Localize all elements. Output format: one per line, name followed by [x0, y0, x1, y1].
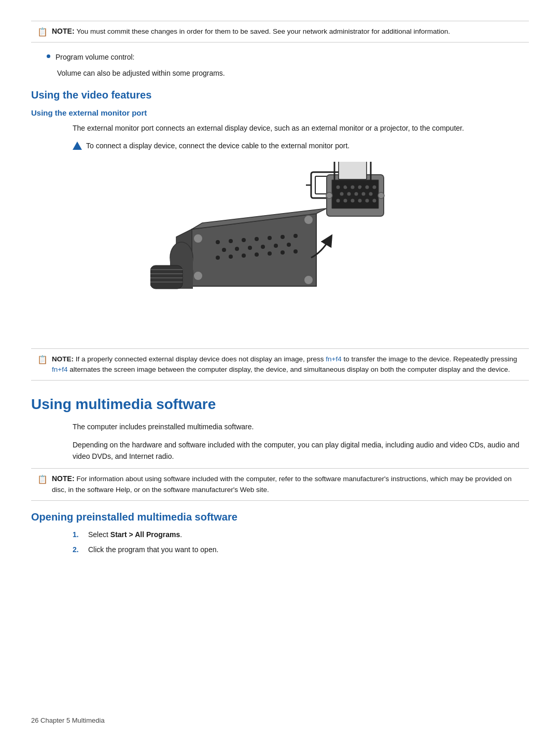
bullet-list-1: Program volume control: [31, 52, 529, 63]
note2-text1: If a properly connected external display… [76, 355, 326, 363]
svg-point-54 [344, 199, 347, 202]
svg-point-53 [337, 199, 340, 202]
connector-image [150, 162, 410, 333]
step-1: 1. Select Start > All Programs. [73, 529, 529, 540]
svg-point-47 [373, 185, 376, 189]
bullet-text-1: Program volume control: [55, 52, 135, 63]
note-icon-3: 📋 [37, 474, 48, 484]
svg-point-28 [193, 234, 203, 243]
note-box-3: 📋 NOTE: For information about using soft… [31, 468, 529, 501]
svg-point-55 [351, 199, 355, 202]
svg-point-16 [235, 247, 239, 251]
svg-rect-35 [150, 265, 183, 289]
step-num-2: 2. [73, 544, 83, 555]
caution-row-1: To connect a display device, connect the… [31, 140, 529, 151]
bullet-dot-1 [47, 54, 50, 58]
svg-point-12 [268, 236, 272, 240]
svg-point-22 [229, 255, 233, 259]
svg-point-24 [255, 252, 259, 257]
step-text-2: Click the program that you want to open. [88, 544, 218, 555]
footer-text: 26 Chapter 5 Multimedia [31, 716, 105, 724]
note-text-3: For information about using software inc… [52, 475, 512, 493]
page-footer: 26 Chapter 5 Multimedia [31, 716, 105, 724]
svg-point-20 [287, 243, 291, 247]
svg-point-42 [337, 185, 340, 189]
note2-link1: fn+f4 [326, 355, 341, 363]
svg-point-59 [326, 192, 332, 199]
numbered-list-steps: 1. Select Start > All Programs. 2. Click… [31, 529, 529, 555]
svg-point-48 [340, 192, 344, 195]
svg-point-50 [355, 192, 358, 195]
sub-heading-monitor-port: Using the external monitor port [31, 108, 529, 117]
note-label-2: NOTE: [52, 355, 74, 363]
note-icon-2: 📋 [37, 355, 48, 364]
svg-point-25 [268, 251, 272, 256]
section-heading-opening: Opening preinstalled multimedia software [31, 511, 529, 523]
note2-text3: alternates the screen image between the … [67, 366, 510, 373]
step-text-1: Select Start > All Programs. [88, 529, 182, 540]
sub-bullet-text-1: Volume can also be adjusted within some … [31, 68, 529, 79]
note-box-1: 📋 NOTE: You must commit these changes in… [31, 21, 529, 43]
svg-point-8 [216, 240, 220, 244]
svg-point-30 [304, 215, 313, 224]
svg-point-56 [358, 199, 362, 202]
svg-point-52 [369, 192, 373, 195]
svg-point-27 [293, 249, 298, 254]
note-label-3: NOTE: [52, 474, 75, 483]
svg-point-9 [229, 239, 233, 243]
svg-point-26 [281, 250, 285, 255]
svg-point-19 [274, 244, 278, 248]
para-monitor-port: The external monitor port connects an ex… [31, 122, 529, 134]
svg-point-44 [351, 185, 355, 189]
svg-point-14 [293, 234, 298, 238]
svg-rect-62 [339, 162, 367, 179]
section-heading-video: Using the video features [31, 89, 529, 101]
svg-point-60 [378, 192, 384, 199]
svg-point-18 [261, 245, 265, 249]
svg-point-23 [242, 254, 246, 258]
svg-point-21 [216, 256, 220, 260]
para-multimedia-1: The computer includes preinstalled multi… [31, 421, 529, 432]
para-multimedia-2: Depending on the hardware and software i… [31, 439, 529, 462]
svg-point-17 [248, 246, 252, 250]
note-label-1: NOTE: [52, 27, 75, 35]
step-2: 2. Click the program that you want to op… [73, 544, 529, 555]
note-text-1: You must commit these changes in order f… [76, 27, 450, 35]
connector-svg [150, 162, 410, 333]
caution-icon [73, 142, 82, 150]
section-heading-multimedia: Using multimedia software [31, 396, 529, 413]
svg-point-58 [373, 199, 376, 202]
svg-point-13 [281, 235, 285, 239]
svg-point-15 [222, 248, 226, 252]
svg-point-29 [193, 271, 203, 280]
note2-text2: to transfer the image to the device. Rep… [342, 355, 517, 363]
svg-point-51 [362, 192, 366, 195]
note-text-2: NOTE: If a properly connected external d… [52, 354, 523, 375]
svg-point-11 [255, 237, 259, 241]
svg-point-10 [242, 238, 246, 242]
svg-point-31 [304, 275, 313, 285]
note-icon-1: 📋 [37, 27, 48, 37]
svg-point-46 [366, 185, 369, 189]
note-box-2: 📋 NOTE: If a properly connected external… [31, 348, 529, 381]
svg-point-57 [366, 199, 369, 202]
bullet-item-1: Program volume control: [31, 52, 529, 63]
caution-text-1: To connect a display device, connect the… [86, 140, 349, 151]
note2-link2: fn+f4 [52, 366, 67, 373]
svg-point-49 [347, 192, 351, 195]
step-num-1: 1. [73, 529, 83, 540]
